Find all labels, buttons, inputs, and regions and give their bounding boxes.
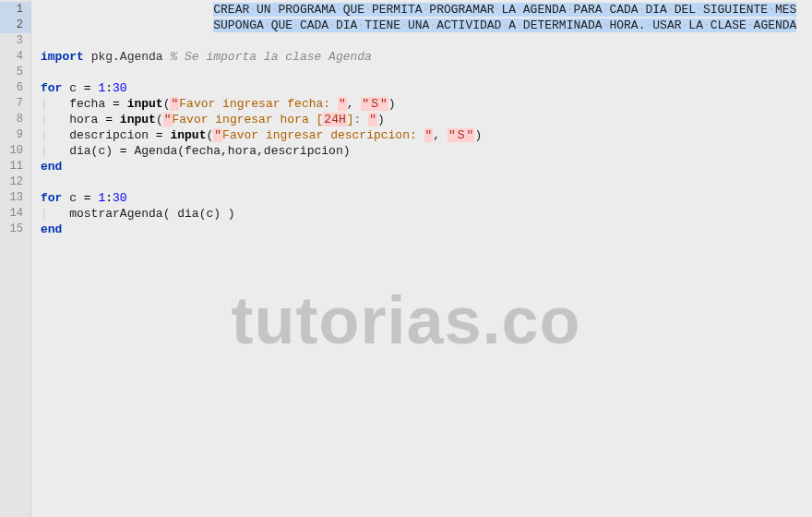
token-txt: c — [62, 191, 83, 205]
token-str: Favor ingresar descripcion: — [222, 128, 424, 142]
token-txt: descripcion — [69, 128, 156, 142]
code-line[interactable]: end — [41, 159, 812, 174]
code-line[interactable] — [41, 65, 812, 80]
token-selected_ws_text: SUPONGA·QUE·CADA·DIA·TIENE·UNA·ACTIVIDAD… — [213, 18, 796, 32]
token-txt — [113, 113, 120, 126]
code-line[interactable]: import pkg.Agenda % Se importa la clase … — [41, 49, 812, 65]
token-selected_ws_text: CREAR·UN·PROGRAMA·QUE·PERMITA·PROGRAMAR·… — [213, 3, 796, 17]
token-str-q: " — [379, 97, 388, 111]
token-txt: Agenda(fecha,hora,descripcion) — [127, 144, 351, 158]
line-number: 14 — [0, 206, 30, 222]
line-number: 13 — [0, 190, 30, 206]
token-str: Favor ingresar fecha: — [179, 97, 338, 111]
token-str-q: " — [338, 97, 347, 111]
token-str: Favor ingresar hora [ — [173, 113, 324, 126]
line-number: 4 — [0, 49, 30, 65]
token-op: = — [156, 128, 163, 142]
code-line[interactable]: for c = 1:30 — [41, 190, 812, 206]
token-op: = — [105, 113, 113, 126]
token-op: = — [84, 81, 91, 95]
code-line[interactable]: end — [41, 222, 812, 237]
token-txt: hora — [69, 113, 105, 126]
token-txt: c — [62, 81, 83, 95]
line-number: 3 — [0, 33, 30, 49]
code-line[interactable]: | fecha = input("Favor ingresar fecha: "… — [41, 96, 812, 112]
code-line[interactable]: CREAR·UN·PROGRAMA·QUE·PERMITA·PROGRAMAR·… — [41, 2, 812, 18]
token-op: = — [120, 144, 127, 158]
token-kw: end — [41, 222, 62, 236]
token-txt: , — [433, 128, 448, 142]
token-txt: ) — [388, 97, 396, 111]
token-txt: mostrarAgenda( dia(c) ) — [69, 207, 234, 221]
token-str-q: " — [170, 97, 179, 111]
code-line[interactable]: | dia(c) = Agenda(fecha,hora,descripcion… — [41, 143, 812, 159]
token-txt: fecha — [69, 97, 113, 111]
token-kw: for — [41, 191, 62, 205]
token-txt: ( — [156, 113, 163, 126]
code-line[interactable]: | hora = input("Favor ingresar hora [24H… — [41, 112, 812, 127]
code-area[interactable]: CREAR·UN·PROGRAMA·QUE·PERMITA·PROGRAMAR·… — [31, 0, 812, 517]
line-number: 7 — [0, 96, 30, 112]
token-txt: ) — [474, 128, 482, 142]
line-number: 10 — [0, 143, 30, 159]
token-txt: dia(c) — [69, 144, 120, 158]
line-number: 1 — [0, 2, 30, 18]
token-str-q: " — [424, 128, 434, 142]
token-txt: ) — [377, 113, 385, 126]
token-str-q: " — [361, 97, 370, 111]
token-str-lit: 24H — [323, 113, 346, 126]
token-str-q: " — [163, 113, 173, 126]
token-kw: for — [41, 81, 62, 95]
token-str-lit: S — [370, 97, 379, 111]
token-comment: % Se importa la clase Agenda — [170, 50, 371, 64]
token-builtin: input — [170, 128, 206, 142]
token-str-lit: S — [457, 128, 466, 142]
token-pkg: pkg.Agenda — [91, 50, 163, 64]
token-txt — [84, 50, 91, 64]
token-num: 30 — [113, 81, 127, 95]
code-editor[interactable]: 123456789101112131415 CREAR·UN·PROGRAMA·… — [0, 0, 812, 517]
line-number: 8 — [0, 112, 30, 127]
line-number: 5 — [0, 65, 30, 80]
line-number-gutter: 123456789101112131415 — [0, 0, 31, 517]
code-line[interactable]: for c = 1:30 — [41, 80, 812, 96]
code-line[interactable]: | descripcion = input("Favor ingresar de… — [41, 127, 812, 143]
token-str-q: " — [466, 128, 475, 142]
line-number: 9 — [0, 127, 30, 143]
line-number: 11 — [0, 159, 30, 174]
line-number: 2 — [0, 18, 30, 33]
token-kw: end — [41, 160, 62, 174]
token-op: = — [113, 97, 120, 111]
token-txt — [120, 97, 127, 111]
token-op: : — [105, 191, 113, 205]
token-builtin: input — [127, 97, 163, 111]
token-str: ]: — [347, 113, 368, 126]
token-str-q: " — [213, 128, 222, 142]
line-number: 15 — [0, 222, 30, 237]
code-line[interactable]: SUPONGA·QUE·CADA·DIA·TIENE·UNA·ACTIVIDAD… — [41, 18, 812, 33]
token-kw: import — [41, 50, 84, 64]
token-builtin: input — [120, 113, 156, 126]
code-line[interactable]: | mostrarAgenda( dia(c) ) — [41, 206, 812, 222]
line-number: 6 — [0, 80, 30, 96]
token-num: 30 — [113, 191, 127, 205]
code-line[interactable] — [41, 33, 812, 49]
line-number: 12 — [0, 174, 30, 190]
code-line[interactable] — [41, 174, 812, 190]
token-str-q: " — [368, 113, 377, 126]
token-txt: , — [347, 97, 362, 111]
token-op: : — [105, 81, 113, 95]
token-op: = — [84, 191, 91, 205]
token-str-q: " — [448, 128, 457, 142]
